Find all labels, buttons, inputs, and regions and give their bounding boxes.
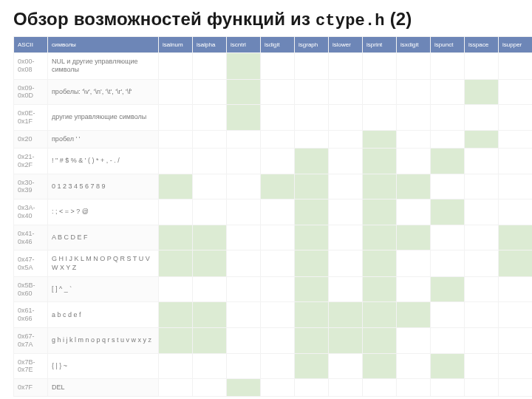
cell-isspace xyxy=(465,225,499,250)
cell-isprint xyxy=(363,200,397,225)
cell-isalpha xyxy=(193,79,227,105)
cell-isspace xyxy=(465,379,499,397)
cell-isdigit xyxy=(261,79,295,105)
cell-ispunct xyxy=(431,130,465,148)
cell-isupper xyxy=(499,130,533,148)
cell-ascii: 0x7B-0x7E xyxy=(14,353,48,379)
cell-isalpha xyxy=(193,148,227,174)
cell-isprint xyxy=(363,105,397,131)
cell-ascii: 0x20 xyxy=(14,130,48,148)
cell-isupper xyxy=(499,225,533,250)
table-row: 0x0E-0x1Fдругие управляющие символы xyxy=(14,105,533,131)
table-row: 0x3A-0x40: ; < = > ? @ xyxy=(14,200,533,225)
cell-isalpha xyxy=(193,225,227,250)
cell-isgraph xyxy=(295,250,329,277)
cell-isxdigit xyxy=(397,302,431,328)
cell-ispunct xyxy=(431,225,465,250)
cell-iscntrl xyxy=(227,130,261,148)
table-body: 0x00-0x08NUL и другие управляющие символ… xyxy=(14,53,533,397)
cell-islower xyxy=(329,302,363,328)
cell-isalpha xyxy=(193,328,227,354)
cell-isgraph xyxy=(295,105,329,131)
cell-chars: a b c d e f xyxy=(48,302,159,328)
cell-islower xyxy=(329,353,363,379)
col-iscntrl: iscntrl xyxy=(227,37,261,53)
cell-isxdigit xyxy=(397,353,431,379)
cell-isgraph xyxy=(295,79,329,105)
cell-isdigit xyxy=(261,225,295,250)
cell-isalnum xyxy=(159,353,193,379)
cell-isdigit xyxy=(261,53,295,80)
cell-isalpha xyxy=(193,174,227,200)
cell-isgraph xyxy=(295,302,329,328)
cell-islower xyxy=(329,79,363,105)
cell-isupper xyxy=(499,250,533,277)
cell-ascii: 0x67-0x7A xyxy=(14,328,48,354)
table-head: ASCIIсимволыisalnumisalphaiscntrlisdigit… xyxy=(14,37,533,53)
cell-isspace xyxy=(465,79,499,105)
cell-isupper xyxy=(499,276,533,302)
cell-islower xyxy=(329,276,363,302)
cell-ispunct xyxy=(431,328,465,354)
cell-islower xyxy=(329,328,363,354)
cell-isalnum xyxy=(159,79,193,105)
cell-isdigit xyxy=(261,130,295,148)
cell-isdigit xyxy=(261,276,295,302)
cell-isxdigit xyxy=(397,250,431,277)
cell-iscntrl xyxy=(227,328,261,354)
cell-isxdigit xyxy=(397,200,431,225)
cell-isprint xyxy=(363,130,397,148)
cell-isdigit xyxy=(261,174,295,200)
col-isdigit: isdigit xyxy=(261,37,295,53)
cell-isalpha xyxy=(193,353,227,379)
cell-isdigit xyxy=(261,353,295,379)
cell-ascii: 0x41-0x46 xyxy=(14,225,48,250)
cell-isalnum xyxy=(159,200,193,225)
cell-isxdigit xyxy=(397,53,431,80)
cell-islower xyxy=(329,105,363,131)
cell-isalnum xyxy=(159,302,193,328)
cell-isspace xyxy=(465,130,499,148)
table-row: 0x00-0x08NUL и другие управляющие символ… xyxy=(14,53,533,80)
cell-islower xyxy=(329,225,363,250)
col-isxdigit: isxdigit xyxy=(397,37,431,53)
cell-iscntrl xyxy=(227,276,261,302)
cell-isprint xyxy=(363,225,397,250)
cell-isdigit xyxy=(261,200,295,225)
title-suffix: (2) xyxy=(385,9,412,29)
cell-isupper xyxy=(499,379,533,397)
cell-chars: [ ] ^ _ ` xyxy=(48,276,159,302)
cell-iscntrl xyxy=(227,302,261,328)
table-row: 0x7FDEL xyxy=(14,379,533,397)
cell-ascii: 0x5B-0x60 xyxy=(14,276,48,302)
cell-isdigit xyxy=(261,148,295,174)
cell-isspace xyxy=(465,200,499,225)
cell-isgraph xyxy=(295,53,329,80)
cell-isupper xyxy=(499,353,533,379)
cell-islower xyxy=(329,148,363,174)
cell-isalpha xyxy=(193,379,227,397)
cell-ispunct xyxy=(431,105,465,131)
cell-chars: пробел ' ' xyxy=(48,130,159,148)
cell-chars: ! " # $ % & ' ( ) * + , - . / xyxy=(48,148,159,174)
cell-ascii: 0x61-0x66 xyxy=(14,302,48,328)
cell-ispunct xyxy=(431,200,465,225)
page-title: Обзор возможностей функций из ctype.h (2… xyxy=(13,9,519,30)
cell-isupper xyxy=(499,302,533,328)
cell-isxdigit xyxy=(397,276,431,302)
cell-isdigit xyxy=(261,250,295,277)
table-row: 0x41-0x46A B C D E F xyxy=(14,225,533,250)
table-row: 0x5B-0x60[ ] ^ _ ` xyxy=(14,276,533,302)
cell-isspace xyxy=(465,105,499,131)
table-row: 0x7B-0x7E{ | } ~ xyxy=(14,353,533,379)
cell-islower xyxy=(329,53,363,80)
cell-isspace xyxy=(465,276,499,302)
cell-ascii: 0x30-0x39 xyxy=(14,174,48,200)
cell-chars: DEL xyxy=(48,379,159,397)
cell-iscntrl xyxy=(227,379,261,397)
cell-ascii: 0x7F xyxy=(14,379,48,397)
col-isupper: isupper xyxy=(499,37,533,53)
cell-ascii: 0x21-0x2F xyxy=(14,148,48,174)
cell-isspace xyxy=(465,328,499,354)
cell-isdigit xyxy=(261,302,295,328)
